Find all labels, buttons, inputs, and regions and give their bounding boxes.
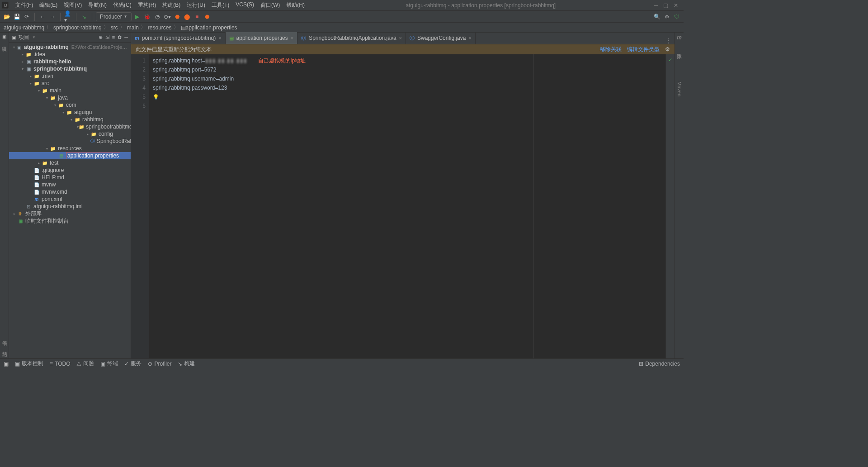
breadcrumb-item[interactable]: resources: [148, 24, 172, 31]
tool-window-icon[interactable]: ▣: [4, 361, 9, 367]
maximize-icon[interactable]: ▢: [663, 2, 668, 9]
open-icon[interactable]: 📂: [3, 13, 11, 21]
gear-icon[interactable]: ⚙: [665, 46, 670, 52]
close-icon[interactable]: ✕: [674, 2, 678, 9]
menu-window[interactable]: 窗口(W): [258, 0, 283, 10]
stop-icon[interactable]: ■: [193, 13, 201, 21]
tree-row-selected[interactable]: ▤application.properties: [9, 152, 131, 159]
collapse-icon[interactable]: ≡: [112, 34, 115, 40]
notice-action-remove[interactable]: 移除关联: [600, 46, 622, 53]
maven-tool-icon[interactable]: m: [677, 34, 682, 41]
tree-row[interactable]: ⊡atguigu-rabbitmq.iml: [9, 203, 131, 210]
run-config-dropdown[interactable]: Producer ▼: [96, 12, 132, 21]
bulb-icon[interactable]: 💡: [153, 92, 159, 101]
menu-tools[interactable]: 工具(T): [209, 0, 232, 10]
run-icon[interactable]: ▶: [133, 13, 142, 21]
tree-row[interactable]: ▾📁com: [9, 101, 131, 109]
avatar-icon[interactable]: 👤▾: [64, 13, 72, 21]
sync-icon[interactable]: ⟳: [23, 13, 31, 21]
tree-row[interactable]: mpom.xml: [9, 195, 131, 203]
menu-edit[interactable]: 编辑(E): [37, 0, 60, 10]
forward-icon[interactable]: →: [48, 13, 57, 21]
tab-swagger-config[interactable]: ⒸSwaggerConfig.java×: [406, 32, 476, 44]
search-icon[interactable]: 🔍: [653, 13, 661, 21]
breadcrumb-item[interactable]: main: [127, 24, 139, 31]
profiler-tool[interactable]: ⊙Profiler: [148, 361, 171, 367]
tabs-menu-icon[interactable]: ⋮: [665, 38, 671, 44]
chevron-down-icon[interactable]: ▼: [32, 35, 36, 39]
breadcrumb-item[interactable]: springboot-rabbitmq: [53, 24, 102, 31]
tree-row[interactable]: ▾📁main: [9, 87, 131, 94]
menu-code[interactable]: 代码(C): [110, 0, 134, 10]
tree-row[interactable]: ▸📁test: [9, 159, 131, 167]
tab-application-properties[interactable]: ▤application.properties×: [226, 32, 298, 44]
tree-row-external[interactable]: ▸⊪外部库: [9, 210, 131, 217]
tab-pom[interactable]: mpom.xml (springboot-rabbitmq)×: [131, 32, 226, 44]
attach2-icon[interactable]: ⬤: [183, 13, 191, 21]
editor[interactable]: 123456 spring.rabbitmq.host=▮▮▮.▮▮.▮▮.▮▮…: [131, 54, 675, 358]
maven-tool-tab[interactable]: Maven: [677, 81, 682, 96]
code-content[interactable]: spring.rabbitmq.host=▮▮▮.▮▮.▮▮.▮▮▮自己虚拟机的…: [149, 54, 665, 358]
build-tool[interactable]: ↘构建: [178, 360, 195, 367]
tree-row[interactable]: ⒸSpringbootRabbitmqAp: [9, 138, 131, 145]
tree-row[interactable]: ▸▣rabbitmq-hello: [9, 58, 131, 65]
breadcrumb-item[interactable]: src: [111, 24, 118, 31]
tree-row[interactable]: ▾📁java: [9, 94, 131, 101]
menu-navigate[interactable]: 导航(N): [85, 0, 109, 10]
todo-tool[interactable]: ≡TODO: [50, 361, 70, 367]
menu-refactor[interactable]: 重构(R): [135, 0, 159, 10]
tree-row[interactable]: ▸📁.idea: [9, 51, 131, 58]
problems-tool[interactable]: ⚠问题: [76, 360, 94, 367]
tree-row[interactable]: ▸📁.mvn: [9, 72, 131, 80]
back-icon[interactable]: ←: [38, 13, 47, 21]
check-icon[interactable]: ✓: [668, 57, 672, 63]
tree-row[interactable]: ▾📁rabbitmq: [9, 116, 131, 123]
coverage-icon[interactable]: ◔: [153, 13, 161, 21]
breadcrumb-item[interactable]: application.properties: [186, 24, 237, 31]
minimize-icon[interactable]: ─: [654, 2, 658, 9]
save-icon[interactable]: 💾: [13, 13, 21, 21]
services-tool[interactable]: ✓服务: [124, 360, 142, 367]
project-tree[interactable]: ▾▣atguigu-rabbitmqE:\WorkData\IdeaProjec…: [9, 43, 131, 358]
close-tab-icon[interactable]: ×: [218, 35, 221, 41]
target-icon[interactable]: ⊕: [99, 34, 103, 40]
close-tab-icon[interactable]: ×: [399, 35, 402, 41]
git-icon[interactable]: ⬣: [203, 13, 211, 21]
tree-row-scratch[interactable]: ▣临时文件和控制台: [9, 217, 131, 224]
notice-action-edit[interactable]: 编辑文件类型: [627, 46, 660, 53]
tree-row[interactable]: 📄mvnw.cmd: [9, 188, 131, 195]
attach-icon[interactable]: ⬣: [173, 13, 181, 21]
debug-icon[interactable]: 🐞: [143, 13, 151, 21]
menu-run[interactable]: 运行(U): [184, 0, 208, 10]
expand-icon[interactable]: ⇲: [105, 34, 109, 40]
tree-row[interactable]: ▾📁resources: [9, 145, 131, 152]
gear-icon[interactable]: ✿: [118, 34, 122, 40]
dependencies-tool[interactable]: ⊞Dependencies: [639, 361, 680, 367]
vcs-tool[interactable]: ▣版本控制: [15, 360, 43, 367]
tree-row[interactable]: ▸📁config: [9, 130, 131, 138]
profile-icon[interactable]: ⊙▾: [163, 13, 171, 21]
menu-vcs[interactable]: VCS(S): [233, 0, 257, 10]
menu-view[interactable]: 视图(V): [61, 0, 85, 10]
tree-row[interactable]: ▾▣springboot-rabbitmq: [9, 65, 131, 72]
tree-row[interactable]: 📄HELP.md: [9, 174, 131, 181]
tree-row[interactable]: ▾📁src: [9, 80, 131, 87]
terminal-tool[interactable]: ▣终端: [100, 360, 118, 367]
tree-row[interactable]: ▾📁springbootrabbitmq: [9, 123, 131, 130]
sidebar-title[interactable]: 项目: [19, 33, 29, 41]
close-tab-icon[interactable]: ×: [468, 35, 471, 41]
tab-springboot-app[interactable]: ⒸSpringbootRabbitmqApplication.java×: [297, 32, 406, 44]
project-tool-icon[interactable]: ▣: [2, 34, 6, 39]
tree-row[interactable]: 📄.gitignore: [9, 167, 131, 174]
menu-help[interactable]: 帮助(H): [283, 0, 307, 10]
close-tab-icon[interactable]: ×: [291, 35, 293, 41]
shield-icon[interactable]: 🛡: [673, 13, 681, 21]
tree-row[interactable]: 📄mvnw: [9, 181, 131, 188]
tree-row-root[interactable]: ▾▣atguigu-rabbitmqE:\WorkData\IdeaProjec…: [9, 43, 131, 51]
menu-file[interactable]: 文件(F): [13, 0, 36, 10]
menu-build[interactable]: 构建(B): [160, 0, 183, 10]
tree-row[interactable]: ▾📁atguigu: [9, 109, 131, 116]
hide-icon[interactable]: ─: [124, 34, 128, 40]
gear-icon[interactable]: ⚙: [663, 13, 671, 21]
breadcrumb-item[interactable]: atguigu-rabbitmq: [4, 24, 44, 31]
